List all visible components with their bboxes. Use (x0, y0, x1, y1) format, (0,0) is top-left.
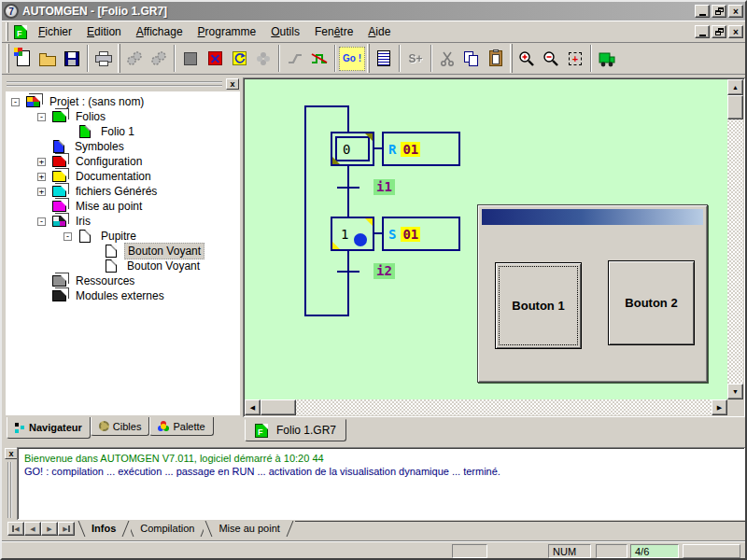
minimize-button[interactable] (695, 5, 710, 18)
step-button[interactable] (251, 47, 275, 71)
tab-palette[interactable]: Palette (149, 417, 213, 436)
toolbar-grip[interactable] (7, 44, 9, 73)
collapse-icon[interactable]: - (11, 98, 20, 106)
stop-button[interactable] (178, 47, 203, 71)
scroll-down-button[interactable]: ▼ (727, 384, 743, 399)
tree-item-modules-externes[interactable]: Modules externes (6, 288, 240, 303)
message-panel-grip[interactable] (7, 462, 12, 518)
expand-icon[interactable]: + (37, 173, 46, 181)
symbols-table-button[interactable] (372, 47, 396, 71)
tree-item-mise-au-point[interactable]: Mise au point (6, 199, 240, 214)
tab-compilation[interactable]: Compilation (125, 521, 209, 539)
toolbar-grip4[interactable] (510, 44, 513, 73)
last-tab-button[interactable]: ▶ (58, 522, 75, 536)
child-minimize-button[interactable] (695, 25, 710, 38)
expand-icon[interactable]: + (37, 188, 46, 196)
horizontal-scrollbar[interactable]: ◀ ▶ (245, 399, 727, 415)
compile-button[interactable] (122, 47, 147, 71)
document-icon[interactable]: F (14, 25, 27, 39)
tree-item-bouton-voyant-2[interactable]: Bouton Voyant (6, 259, 240, 273)
zoom-in-button[interactable] (514, 47, 539, 71)
transition-2-label[interactable]: i2 (374, 263, 395, 279)
menu-fenetre[interactable]: Fenêtre (307, 23, 360, 40)
toolbar-grip2[interactable] (118, 44, 120, 73)
new-project-button[interactable] (11, 47, 35, 71)
tree-item-documentation[interactable]: + Documentation (6, 169, 240, 184)
horizontal-scroll-thumb[interactable] (261, 399, 296, 415)
transition-1-label[interactable]: i1 (374, 179, 395, 195)
vertical-scroll-thumb[interactable] (727, 95, 743, 119)
compile-all-button[interactable] (147, 47, 171, 71)
zoom-selection-button[interactable]: + (563, 47, 587, 71)
tree-item-pupitre[interactable]: - Pupitre (6, 229, 240, 244)
tree-item-iris[interactable]: - Iris (6, 214, 240, 229)
scroll-right-button[interactable]: ▶ (712, 399, 727, 415)
tree-item-bouton-voyant-1[interactable]: Bouton Voyant (6, 244, 240, 259)
child-restore-button[interactable] (712, 25, 726, 38)
grafcet-canvas[interactable]: 0 R 01 i1 1 S 01 i2 (245, 79, 727, 399)
menu-fichier[interactable]: Fichier (31, 23, 79, 40)
expand-icon[interactable]: + (37, 158, 46, 166)
paste-button[interactable] (484, 47, 508, 71)
tree-item-symboles[interactable]: Symboles (6, 139, 240, 154)
collapse-icon[interactable]: - (37, 217, 46, 226)
restore-button[interactable] (712, 5, 726, 18)
cut-button[interactable] (435, 47, 459, 71)
pupitre-window[interactable]: Bouton 1 Bouton 2 (477, 204, 708, 383)
menu-aide[interactable]: Aide (360, 23, 398, 40)
save-button[interactable] (60, 47, 84, 71)
tree-item-ressources[interactable]: Ressources (6, 273, 240, 288)
menu-programme[interactable]: Programme (190, 23, 264, 40)
tree-item-projet[interactable]: - Projet : (sans nom) (6, 94, 240, 109)
menu-affichage[interactable]: Affichage (129, 23, 190, 40)
print-button[interactable] (92, 47, 116, 71)
tab-infos[interactable]: Infos (77, 521, 131, 539)
add-symbol-button[interactable]: S+ (403, 47, 428, 71)
trace-button[interactable] (307, 47, 331, 71)
tree-item-folios[interactable]: - Folios (6, 109, 240, 124)
child-close-button[interactable]: × (728, 25, 743, 38)
step-1[interactable]: 1 (331, 217, 374, 251)
first-tab-button[interactable]: ◀ (7, 522, 24, 536)
transition-1-tick[interactable] (337, 187, 359, 189)
action-box-1[interactable]: S 01 (382, 217, 460, 251)
previous-tab-button[interactable]: ◀ (24, 522, 41, 536)
tab-cibles[interactable]: Cibles (91, 417, 150, 436)
collapse-icon[interactable]: - (37, 113, 46, 121)
navigator-titlebar[interactable]: x (7, 78, 239, 90)
title-bar[interactable]: 7 AUTOMGEN - [Folio 1.GR7] × (2, 2, 745, 21)
open-button[interactable] (35, 47, 60, 71)
menu-edition[interactable]: Edition (79, 23, 129, 40)
bouton-1[interactable]: Bouton 1 (495, 262, 582, 349)
collapse-icon[interactable]: - (63, 232, 72, 241)
tab-navigateur[interactable]: Navigateur (7, 417, 91, 439)
menu-outils[interactable]: Outils (263, 23, 307, 40)
pupitre-title-bar[interactable] (482, 209, 703, 225)
tab-mise-au-point[interactable]: Mise au point (204, 521, 294, 539)
transition-2-tick[interactable] (337, 271, 359, 273)
message-panel-close-button[interactable]: x (5, 448, 18, 459)
scroll-left-button[interactable]: ◀ (245, 399, 261, 415)
tree-item-folio-1[interactable]: Folio 1 (6, 124, 240, 139)
step-0[interactable]: 0 (331, 132, 374, 166)
tree-item-configuration[interactable]: + Configuration (6, 154, 240, 169)
close-button[interactable]: × (728, 5, 743, 18)
vertical-scrollbar[interactable]: ▲ ▼ (727, 79, 743, 399)
tree-item-fichiers-generes[interactable]: + fichiers Générés (6, 184, 240, 199)
toolbar-grip3[interactable] (367, 44, 370, 73)
run-button[interactable] (227, 47, 251, 71)
signal-button[interactable] (283, 47, 307, 71)
copy-button[interactable] (459, 47, 484, 71)
scroll-up-button[interactable]: ▲ (727, 79, 743, 95)
message-list[interactable]: Bienvenue dans AUTOMGEN V7.011, logiciel… (17, 447, 745, 520)
reset-button[interactable] (203, 47, 227, 71)
target-run-button[interactable] (595, 47, 619, 71)
menubar-grip[interactable] (6, 22, 8, 41)
folio-tab[interactable]: F Folio 1.GR7 (245, 419, 346, 441)
action-box-0[interactable]: R 01 (382, 132, 460, 166)
next-tab-button[interactable]: ▶ (41, 522, 58, 536)
navigator-close-button[interactable]: x (226, 78, 239, 90)
bouton-2[interactable]: Bouton 2 (608, 260, 695, 345)
go-button[interactable]: Go ! (339, 47, 365, 71)
zoom-out-button[interactable] (539, 47, 563, 71)
